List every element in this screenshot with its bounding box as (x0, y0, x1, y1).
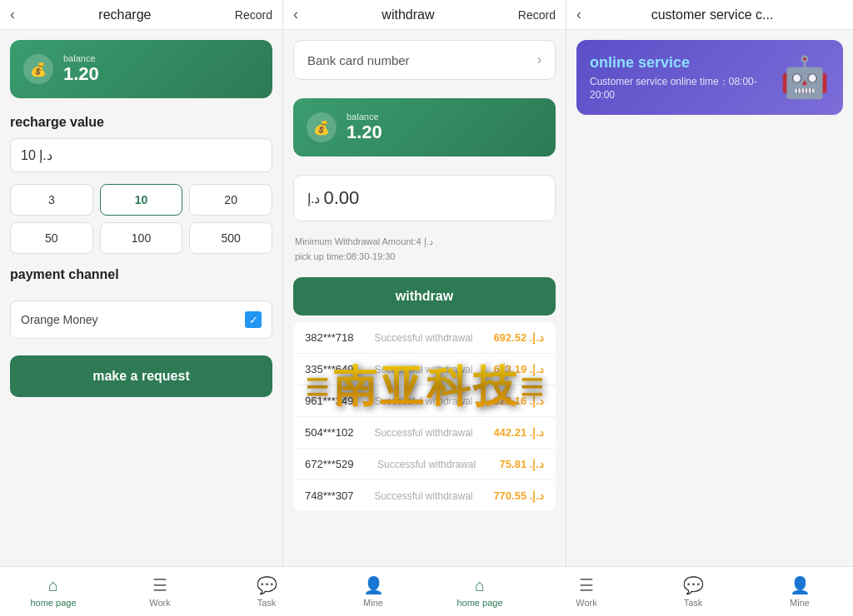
nav-work-left[interactable]: ☰ Work (107, 567, 213, 616)
payment-channel-name: Orange Money (21, 313, 98, 326)
withdrawal-item: 672***529 Successful withdrawal 75.81 .د… (293, 449, 556, 480)
amount-grid: 3 10 20 50 100 500 (10, 184, 272, 254)
amount-btn-50[interactable]: 50 (10, 222, 93, 254)
amount-btn-10[interactable]: 10 (100, 184, 183, 216)
withdraw-amount-value: 0.00 (323, 187, 359, 209)
withdraw-amount-display[interactable]: د.إ 0.00 (293, 175, 556, 221)
withdrawal-list: 382***718 Successful withdrawal 692.52 .… (293, 322, 556, 511)
withdrawal-account-1: 382***718 (305, 331, 354, 344)
withdrawal-account-4: 504***102 (305, 426, 354, 439)
withdrawal-status-4: Successful withdrawal (374, 427, 472, 439)
nav-mine-right[interactable]: 👤 Mine (746, 567, 853, 616)
nav-work-label-right: Work (576, 598, 596, 608)
customer-service-panel: ‹ customer service c... online service C… (566, 0, 853, 566)
withdrawal-account-5: 672***529 (305, 458, 354, 470)
recharge-panel: ‹ recharge Record 💰 balance 1.20 recharg… (0, 0, 283, 566)
withdrawal-item: 748***307 Successful withdrawal 770.55 .… (293, 480, 556, 511)
withdraw-record-link[interactable]: Record (518, 8, 556, 22)
bottom-nav-right: ⌂ home page ☰ Work 💬 Task 👤 Mine (426, 567, 853, 616)
pickup-time-text: pick up time:08:30-19:30 (295, 250, 554, 265)
withdrawal-amount-3: 923.16 .د.إ (493, 395, 544, 407)
amount-btn-100[interactable]: 100 (100, 222, 183, 254)
withdraw-panel: ‹ withdraw Record Bank card number › 💰 b… (283, 0, 566, 566)
withdrawal-account-6: 748***307 (305, 489, 354, 502)
withdrawal-status-1: Successful withdrawal (374, 332, 472, 344)
amount-btn-3[interactable]: 3 (10, 184, 93, 216)
withdraw-balance-card: 💰 balance 1.20 (293, 98, 556, 156)
customer-service-banner: online service Customer service online t… (576, 40, 843, 115)
work-icon-left: ☰ (152, 575, 167, 595)
withdrawal-amount-5: 75.81 .د.إ (500, 458, 544, 470)
nav-home-left[interactable]: ⌂ home page (0, 567, 107, 616)
payment-channel-label: payment channel (0, 261, 282, 286)
cs-subtitle: Customer service online time：08:00-20:00 (590, 75, 780, 101)
work-icon-right: ☰ (579, 575, 594, 595)
withdrawal-info: Minimum Withdrawal Amount:4 د.إ pick up … (283, 231, 566, 271)
amount-btn-500[interactable]: 500 (189, 222, 272, 254)
make-request-button[interactable]: make a request (10, 355, 272, 397)
nav-task-left[interactable]: 💬 Task (213, 567, 320, 616)
nav-mine-label-left: Mine (363, 598, 383, 608)
payment-checkbox[interactable]: ✓ (245, 311, 262, 328)
withdraw-balance-icon: 💰 (307, 112, 337, 142)
bottom-nav-left: ⌂ home page ☰ Work 💬 Task 👤 Mine (0, 567, 426, 616)
nav-mine-label-right: Mine (790, 598, 810, 608)
withdrawal-item: 961***349 Successful withdrawal 923.16 .… (293, 385, 556, 417)
nav-home-right[interactable]: ⌂ home page (426, 567, 533, 616)
customer-title: customer service c... (581, 7, 843, 22)
bank-card-label: Bank card number (307, 53, 410, 67)
recharge-amount-input[interactable]: د.إ 10 (10, 138, 272, 172)
payment-section: Orange Money ✓ (10, 294, 272, 339)
bank-card-row[interactable]: Bank card number › (293, 40, 556, 80)
recharge-title: recharge (15, 7, 235, 22)
withdrawal-amount-4: 442.21 .د.إ (493, 426, 544, 439)
cs-title: online service (590, 54, 780, 72)
cs-robot-icon: 🤖 (780, 54, 830, 101)
withdrawal-item: 335***649 Successful withdrawal 623.19 .… (293, 354, 556, 385)
withdraw-balance-amount: 1.20 (347, 122, 382, 143)
bottom-nav: ⌂ home page ☰ Work 💬 Task 👤 Mine ⌂ home … (0, 566, 853, 616)
nav-work-right[interactable]: ☰ Work (533, 567, 640, 616)
nav-work-label-left: Work (149, 598, 170, 608)
mine-icon-left: 👤 (363, 575, 384, 595)
withdrawal-status-6: Successful withdrawal (374, 490, 472, 502)
withdrawal-status-5: Successful withdrawal (377, 459, 476, 470)
customer-header: ‹ customer service c... (566, 0, 853, 30)
balance-label: balance (63, 53, 99, 63)
withdrawal-status-2: Successful withdrawal (374, 364, 472, 375)
withdraw-header: ‹ withdraw Record (283, 0, 566, 30)
nav-task-label-left: Task (257, 598, 277, 608)
nav-task-right[interactable]: 💬 Task (640, 567, 746, 616)
home-icon-right: ⌂ (475, 576, 485, 595)
withdrawal-item: 504***102 Successful withdrawal 442.21 .… (293, 417, 556, 449)
mine-icon-right: 👤 (790, 575, 811, 595)
recharge-header: ‹ recharge Record (0, 0, 282, 30)
payment-channel-row[interactable]: Orange Money ✓ (10, 301, 272, 339)
withdrawal-amount-2: 623.19 .د.إ (493, 363, 544, 375)
withdraw-button[interactable]: withdraw (293, 277, 556, 315)
balance-amount: 1.20 (63, 63, 99, 85)
withdraw-currency: د.إ (307, 191, 320, 206)
withdrawal-account-3: 961***349 (305, 395, 354, 407)
withdrawal-amount-6: 770.55 .د.إ (493, 489, 544, 502)
recharge-balance-card: 💰 balance 1.20 (10, 40, 272, 98)
task-icon-left: 💬 (257, 575, 277, 595)
chevron-right-icon: › (537, 52, 541, 67)
amount-btn-20[interactable]: 20 (189, 184, 272, 216)
withdrawal-item: 382***718 Successful withdrawal 692.52 .… (293, 322, 556, 354)
withdraw-balance-label: balance (347, 112, 382, 122)
nav-mine-left[interactable]: 👤 Mine (320, 567, 426, 616)
withdraw-title: withdraw (298, 7, 518, 22)
withdrawal-amount-1: 692.52 .د.إ (493, 331, 544, 344)
balance-icon: 💰 (23, 54, 53, 84)
min-withdrawal-text: Minimum Withdrawal Amount:4 د.إ (295, 235, 554, 250)
nav-task-label-right: Task (684, 598, 703, 608)
task-icon-right: 💬 (683, 575, 704, 595)
recharge-record-link[interactable]: Record (235, 8, 272, 22)
withdrawal-account-2: 335***649 (305, 363, 354, 375)
withdrawal-status-3: Successful withdrawal (374, 395, 472, 407)
recharge-value-label: recharge value (0, 108, 282, 133)
nav-home-label-right: home page (456, 598, 502, 608)
home-icon-left: ⌂ (48, 576, 58, 595)
nav-home-label-left: home page (30, 598, 76, 608)
